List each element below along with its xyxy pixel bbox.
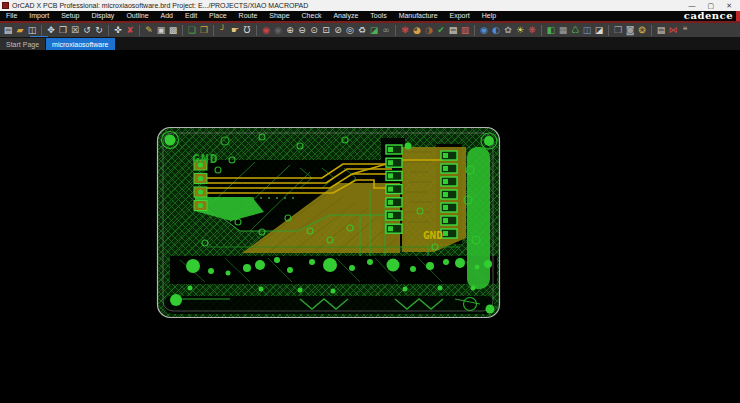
pcb-canvas[interactable]: GND GND — [0, 50, 740, 403]
color-dialog-icon[interactable]: ✾ — [399, 23, 411, 37]
dehighlight-icon[interactable]: ❋ — [526, 23, 538, 37]
orcad-app-icon — [2, 2, 9, 9]
zoom-in-icon[interactable]: ⊕ — [284, 23, 296, 37]
shove-icon[interactable]: ◉ — [260, 23, 272, 37]
gnd-label-right: GND — [423, 229, 443, 242]
menu-item-shape[interactable]: Shape — [263, 11, 295, 21]
menu-item-outline[interactable]: Outline — [120, 11, 154, 21]
slide-icon[interactable]: ☛ — [229, 23, 241, 37]
undo-icon[interactable]: ↺ — [81, 23, 93, 37]
reports-icon[interactable]: ▤ — [447, 23, 459, 37]
menu-item-place[interactable]: Place — [203, 11, 233, 21]
pin-icon[interactable]: ✜ — [112, 23, 124, 37]
edit-text-icon[interactable]: ▩ — [167, 23, 179, 37]
open-folder-icon[interactable]: ▰ — [14, 23, 26, 37]
flower-icon[interactable]: ✿ — [502, 23, 514, 37]
toolbar-separator — [608, 25, 609, 36]
monitor-icon[interactable]: ▦ — [557, 23, 569, 37]
zoom-fit-icon[interactable]: ⊡ — [320, 23, 332, 37]
paste-special-icon[interactable]: ❐ — [198, 23, 210, 37]
unpin-icon[interactable]: ✘ — [124, 23, 136, 37]
toolbar-separator — [541, 25, 542, 36]
delete-icon[interactable]: ☒ — [69, 23, 81, 37]
comment-bubble-icon[interactable]: ❝ — [679, 23, 691, 37]
menu-bar: FileImportSetupDisplayOutlineAddEditPlac… — [0, 11, 740, 21]
shaded-view-icon[interactable]: ◐ — [490, 23, 502, 37]
menu-item-manufacture[interactable]: Manufacture — [393, 11, 444, 21]
bowtie-ribbon-icon[interactable]: ⋈ — [667, 23, 679, 37]
zoom-out-icon[interactable]: ⊖ — [296, 23, 308, 37]
clipboard-copy-icon[interactable]: ❒ — [612, 23, 624, 37]
toolbar-separator — [474, 25, 475, 36]
toolbar-separator — [41, 25, 42, 36]
eye-visibility-icon[interactable]: ◉ — [478, 23, 490, 37]
layer-visibility-icon[interactable]: ◪ — [368, 23, 380, 37]
cadence-logo: cadence — [684, 11, 733, 21]
tab-start-page[interactable]: Start Page — [0, 38, 45, 50]
notes-icon[interactable]: ▤ — [655, 23, 667, 37]
route-connect-icon[interactable]: ╯ — [217, 23, 229, 37]
camera-icon[interactable]: ◙ — [624, 23, 636, 37]
menu-item-edit[interactable]: Edit — [179, 11, 203, 21]
color-wheel-icon[interactable]: ◕ — [411, 23, 423, 37]
document-tab-bar: Start Pagemicroxiaosoftware — [0, 37, 740, 50]
brand-accent-bar — [736, 11, 740, 21]
hug-icon[interactable]: ◉ — [272, 23, 284, 37]
new-file-icon[interactable]: ▤ — [2, 23, 14, 37]
menu-item-setup[interactable]: Setup — [55, 11, 85, 21]
window-title: OrCAD X PCB Professional: microxiaosoftw… — [12, 0, 308, 11]
color-priority-icon[interactable]: ◑ — [423, 23, 435, 37]
brand-area: cadence — [684, 11, 740, 21]
menu-item-tools[interactable]: Tools — [364, 11, 392, 21]
menu-item-help[interactable]: Help — [476, 11, 502, 21]
redraw-icon[interactable]: ♻ — [356, 23, 368, 37]
menu-item-analyze[interactable]: Analyze — [327, 11, 364, 21]
window-select-icon[interactable]: ◫ — [581, 23, 593, 37]
swap-layers-icon[interactable]: ❏ — [186, 23, 198, 37]
waive-drc-icon[interactable]: ◧ — [545, 23, 557, 37]
glossing-icon[interactable]: ℧ — [241, 23, 253, 37]
status-check-icon[interactable]: ✔ — [435, 23, 447, 37]
menu-item-check[interactable]: Check — [296, 11, 328, 21]
menu-item-add[interactable]: Add — [155, 11, 179, 21]
menu-item-file[interactable]: File — [0, 11, 23, 21]
copy-icon[interactable]: ❐ — [57, 23, 69, 37]
spectacles-icon[interactable]: ∞ — [380, 23, 392, 37]
application-window: OrCAD X PCB Professional: microxiaosoftw… — [0, 0, 740, 403]
toolbar-separator — [256, 25, 257, 36]
toolbar-separator — [213, 25, 214, 36]
tab-microxiaosoftware[interactable]: microxiaosoftware — [46, 38, 114, 50]
design-canvas-area: GND GND — [0, 50, 740, 403]
toolbar-separator — [182, 25, 183, 36]
toolbar-separator — [108, 25, 109, 36]
toolbar-separator — [139, 25, 140, 36]
drc-report-icon[interactable]: ▥ — [459, 23, 471, 37]
measure-icon[interactable]: ✎ — [143, 23, 155, 37]
toolbar: ▤▰◫✥❐☒↺↻✜✘✎▣▩❏❐╯☛℧◉◉⊕⊖⊙⊡⊘◎♻◪∞✾◕◑✔▤▥◉◐✿☀❋… — [0, 23, 740, 37]
menu-item-import[interactable]: Import — [23, 11, 55, 21]
toolbar-separator — [651, 25, 652, 36]
menu-item-display[interactable]: Display — [85, 11, 120, 21]
menu-item-route[interactable]: Route — [233, 11, 264, 21]
contrast-icon[interactable]: ◪ — [593, 23, 605, 37]
settings-gear-icon[interactable]: ❂ — [636, 23, 648, 37]
redo-icon[interactable]: ↻ — [93, 23, 105, 37]
zoom-previous-icon[interactable]: ⊘ — [332, 23, 344, 37]
zoom-world-icon[interactable]: ◎ — [344, 23, 356, 37]
pcb-board[interactable]: GND GND — [157, 127, 500, 318]
title-bar: OrCAD X PCB Professional: microxiaosoftw… — [0, 0, 740, 11]
save-icon[interactable]: ◫ — [26, 23, 38, 37]
gnd-label-top-left: GND — [192, 151, 218, 166]
move-icon[interactable]: ✥ — [45, 23, 57, 37]
edit-properties-icon[interactable]: ▣ — [155, 23, 167, 37]
refresh-module-icon[interactable]: ♺ — [569, 23, 581, 37]
highlight-icon[interactable]: ☀ — [514, 23, 526, 37]
toolbar-separator — [395, 25, 396, 36]
zoom-by-points-icon[interactable]: ⊙ — [308, 23, 320, 37]
menu-item-export[interactable]: Export — [444, 11, 476, 21]
